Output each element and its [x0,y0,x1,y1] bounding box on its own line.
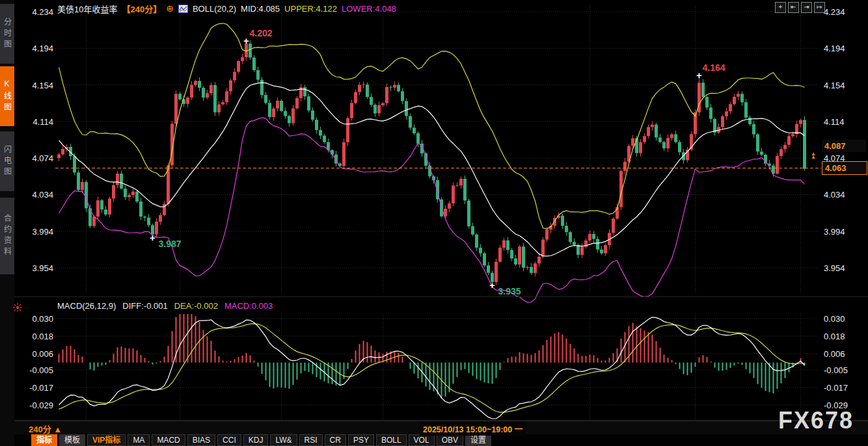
toolbar-button-CR[interactable]: CR [325,434,346,446]
pane-divider [14,296,868,297]
period-selector[interactable]: 240分 ▲ [29,423,62,435]
sidebar-tab-1[interactable]: 分时图 [0,4,14,64]
toolbar-button-模板[interactable]: 模板 [59,434,85,446]
instrument-title: 美债10年收益率 [57,3,117,15]
toolbar-button-VOL[interactable]: VOL [409,434,435,446]
toolbar-button-VIP指标[interactable]: VIP指标 [87,434,126,446]
toolbar-button-MA[interactable]: MA [128,434,150,446]
toolbar-button-LW&[interactable]: LW& [270,434,297,446]
latest-price-arrows-icon: ▲ ▲ [811,152,816,159]
toolbar-button-CCI[interactable]: CCI [217,434,241,446]
candlestick-chart-canvas[interactable] [0,0,868,446]
boll-lower-value: LOWER:4.048 [342,4,396,14]
toolbar-button-BIAS[interactable]: BIAS [187,434,215,446]
macd-diff-value: DIFF:-0.001 [122,301,167,311]
macd-header: MACD(26,12,9) DIFF:-0.001 DEA:-0.002 MAC… [57,301,273,311]
toolbar-button-PSY[interactable]: PSY [348,434,374,446]
add-indicator-icon[interactable]: ⊕ [166,3,174,14]
toolbar-button-OBV[interactable]: OBV [437,434,463,446]
move-tool-icon[interactable]: + [775,2,786,13]
shift-left-icon[interactable]: ⇤ [788,2,799,13]
chart-header: 美债10年收益率 【240分】 ⊕ BOLL(20,2) MID:4.085 U… [57,3,396,14]
toolbar-button-设置[interactable]: 设置 [465,434,491,446]
sidebar-tab-4[interactable]: 合约资料 [0,198,14,274]
toolbar-button-MACD[interactable]: MACD [152,434,185,446]
candle-time-tooltip: 2025/10/13 15:00~19:00 一 [420,422,526,436]
macd-indicator-label: MACD(26,12,9) [57,301,116,311]
toolbar-button-指标[interactable]: 指标 [31,434,57,446]
sidebar: 分时图K线图闪电图合约资料 [0,0,14,446]
toolbar-button-RSI[interactable]: RSI [299,434,323,446]
macd-hist-value: MACD:0.003 [224,301,273,311]
sidebar-tab-2[interactable]: K线图 [0,66,14,126]
last-price-marker: 4.063 [822,161,867,175]
period-up-arrow-icon: ▲ [53,425,62,434]
period-badge[interactable]: 【240分】 [122,3,161,15]
boll-upper-value: UPPER:4.122 [284,4,337,14]
goto-latest-icon[interactable]: ↦ [814,2,825,13]
mid-band-price-marker: 4.087 [822,140,866,152]
boll-mid-value: MID:4.085 [241,4,280,14]
watermark-logo: FX678 [778,407,854,434]
macd-dea-value: DEA:-0.002 [174,301,218,311]
toolbar-button-KDJ[interactable]: KDJ [243,434,269,446]
sidebar-tab-3[interactable]: 闪电图 [0,131,14,191]
chart-style-icon[interactable] [178,5,188,13]
indicator-settings-icon[interactable] [13,303,22,312]
indicator-toolbar: 指标模板VIP指标MAMACDBIASCCIKDJLW&RSICRPSYBOLL… [14,434,868,446]
toolbar-button-BOLL[interactable]: BOLL [376,434,407,446]
boll-indicator-label: BOLL(20,2) [193,4,236,14]
window-tools: +⇤⇥↦ [775,2,825,13]
shift-right-icon[interactable]: ⇥ [801,2,812,13]
